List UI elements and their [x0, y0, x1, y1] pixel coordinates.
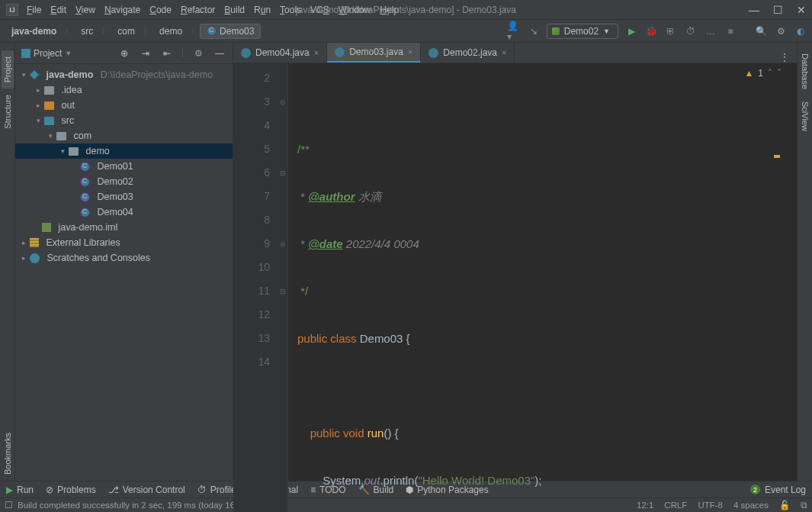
tree-scratches[interactable]: ▸ Scratches and Consoles: [15, 250, 233, 266]
tab-structure[interactable]: Structure: [2, 89, 14, 135]
tree-out[interactable]: ▸ out: [15, 98, 233, 113]
crumb-project[interactable]: java-demo: [5, 24, 63, 39]
close-icon[interactable]: ×: [314, 48, 319, 57]
profile-icon[interactable]: ⏱: [684, 24, 698, 38]
menu-edit[interactable]: Edit: [47, 3, 70, 17]
tree-file-demo03[interactable]: Demo03: [15, 189, 233, 204]
editor-area: Demo04.java× Demo03.java× Demo02.java× ⋮…: [233, 43, 797, 481]
tab-demo02[interactable]: Demo02.java×: [421, 43, 515, 63]
code-editor[interactable]: /** * @author 水滴 * @date 2022/4/4 0004 *…: [288, 63, 797, 512]
minimize-button[interactable]: —: [749, 4, 759, 16]
branch-icon: ⎇: [108, 485, 119, 495]
scratch-icon: [30, 253, 40, 263]
tool-run[interactable]: ▶Run: [6, 485, 34, 495]
search-icon[interactable]: 🔍: [754, 24, 768, 38]
iml-icon: [42, 223, 51, 232]
project-header: Project ▼ ⊕ ⇥ ⇤ | ⚙ —: [15, 43, 233, 64]
crumb-demo[interactable]: demo: [152, 24, 189, 39]
profiler-icon: ⏱: [197, 485, 207, 495]
debug-icon[interactable]: 🐞: [644, 24, 658, 38]
title-bar: IJ File Edit View Navigate Code Refactor…: [0, 0, 812, 20]
project-title[interactable]: Project ▼: [21, 48, 72, 59]
hide-icon[interactable]: —: [213, 47, 226, 60]
tree-com[interactable]: ▾ com: [15, 128, 233, 143]
folder-icon: [44, 86, 54, 95]
tool-vcs[interactable]: ⎇Version Control: [108, 485, 185, 495]
close-icon[interactable]: ×: [502, 48, 506, 57]
tab-database[interactable]: Database: [799, 47, 811, 95]
library-icon: [30, 238, 39, 247]
notifications-icon[interactable]: ◐: [794, 24, 807, 38]
class-icon: [241, 48, 251, 58]
close-icon[interactable]: ×: [408, 47, 412, 56]
menu-navigate[interactable]: Navigate: [101, 3, 144, 17]
tab-project[interactable]: Project: [2, 50, 14, 89]
project-tree[interactable]: ▾ java-demo D:\IdeaProjects\java-demo ▸ …: [15, 64, 233, 481]
window-controls: — ☐ ✕: [749, 4, 806, 16]
crumb-com[interactable]: com: [111, 24, 142, 39]
project-toolbar: ⊕ ⇥ ⇤ | ⚙ —: [117, 47, 226, 60]
tab-demo04[interactable]: Demo04.java×: [233, 43, 327, 63]
menu-file[interactable]: File: [23, 3, 45, 17]
breadcrumb: java-demo〉 src〉 com〉 demo〉 Demo03: [5, 24, 261, 39]
tree-file-demo04[interactable]: Demo04: [15, 204, 233, 220]
tab-more-icon[interactable]: ⋮: [772, 52, 797, 63]
tool-problems[interactable]: ⊘Problems: [46, 485, 96, 495]
pkg-icon: [69, 147, 79, 156]
build-icon[interactable]: ↘: [527, 24, 541, 38]
window-title: java-demo [D:\IdeaProjects\java-demo] - …: [296, 5, 516, 15]
close-button[interactable]: ✕: [797, 4, 806, 16]
error-stripe[interactable]: [772, 63, 780, 512]
run-configuration[interactable]: Demo02▼: [547, 24, 618, 39]
run-icon[interactable]: ▶: [624, 24, 638, 38]
class-icon: [428, 48, 438, 58]
tree-demo[interactable]: ▾ demo: [15, 143, 233, 159]
tab-bookmarks[interactable]: Bookmarks: [2, 427, 14, 481]
main-area: Project Structure Bookmarks Project ▼ ⊕ …: [0, 43, 812, 481]
crumb-src[interactable]: src: [74, 24, 100, 39]
tree-iml[interactable]: java-demo.iml: [15, 220, 233, 235]
menu-run[interactable]: Run: [250, 3, 274, 17]
folder-icon: [44, 101, 54, 110]
pkg-icon: [56, 132, 66, 140]
tree-root[interactable]: ▾ java-demo D:\IdeaProjects\java-demo: [15, 67, 233, 82]
menu-build[interactable]: Build: [220, 3, 249, 17]
class-icon: [80, 162, 90, 172]
user-icon[interactable]: 👤▾: [507, 24, 521, 38]
toolbar-right: 👤▾ ↘ Demo02▼ ▶ 🐞 ⛨ ⏱ … ■ 🔍 ⚙ ◐: [507, 24, 807, 39]
expand-icon[interactable]: ⇥: [139, 47, 152, 60]
fold-gutter[interactable]: ⊖⊟⊖⊟: [278, 63, 288, 512]
maximize-button[interactable]: ☐: [773, 4, 783, 16]
tree-external-libs[interactable]: ▸ External Libraries: [15, 235, 233, 250]
tree-file-demo01[interactable]: Demo01: [15, 159, 233, 174]
memory-icon[interactable]: ⧉: [801, 501, 807, 510]
status-icon[interactable]: ☐: [5, 500, 13, 510]
coverage-icon[interactable]: ⛨: [664, 24, 678, 38]
menu-refactor[interactable]: Refactor: [177, 3, 219, 17]
navigation-bar: java-demo〉 src〉 com〉 demo〉 Demo03 👤▾ ↘ D…: [0, 20, 812, 43]
warning-icon: ▲: [744, 68, 753, 79]
settings-icon[interactable]: ⚙: [774, 24, 788, 38]
collapse-icon[interactable]: ⇤: [160, 47, 174, 60]
attach-icon[interactable]: …: [704, 24, 717, 38]
class-icon: [80, 208, 90, 217]
line-number-gutter[interactable]: 234567891011121314: [233, 63, 278, 512]
locate-icon[interactable]: ⊕: [117, 47, 131, 60]
class-icon: [80, 177, 90, 187]
tab-demo03[interactable]: Demo03.java×: [327, 43, 421, 63]
editor-body: 234567891011121314 ⊖⊟⊖⊟ /** * @author 水滴…: [233, 63, 797, 512]
editor-tab-bar: Demo04.java× Demo03.java× Demo02.java× ⋮: [233, 43, 797, 63]
tree-src[interactable]: ▾ src: [15, 113, 233, 128]
tree-idea[interactable]: ▸ .idea: [15, 82, 233, 98]
class-icon: [80, 192, 90, 202]
menu-view[interactable]: View: [72, 3, 99, 17]
status-message: Build completed successfully in 2 sec, 1…: [18, 501, 250, 510]
project-settings-icon[interactable]: ⚙: [191, 47, 205, 60]
crumb-file[interactable]: Demo03: [200, 24, 261, 39]
tab-sciview[interactable]: SciView: [799, 95, 811, 137]
menu-code[interactable]: Code: [146, 3, 175, 17]
problems-icon: ⊘: [46, 485, 53, 495]
src-folder-icon: [44, 117, 54, 125]
stop-icon[interactable]: ■: [724, 24, 737, 38]
tree-file-demo02[interactable]: Demo02: [15, 174, 233, 189]
